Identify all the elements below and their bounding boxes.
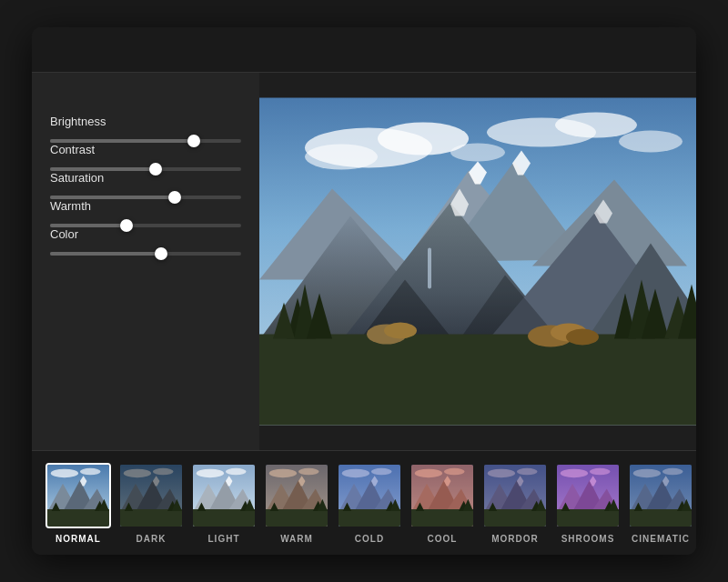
slider-track-brightness[interactable]: [50, 139, 241, 143]
slider-thumb-brightness[interactable]: [187, 135, 200, 147]
filter-thumb-dark: [118, 463, 184, 528]
filter-thumb-warm: [264, 463, 329, 528]
filter-item-normal[interactable]: NORMAL: [46, 463, 111, 544]
slider-group-brightness: Brightness: [50, 115, 241, 143]
slider-thumb-color[interactable]: [155, 247, 167, 260]
filter-name-mordor: MORDOR: [491, 534, 539, 544]
svg-point-5: [555, 113, 637, 138]
svg-marker-130: [557, 509, 619, 527]
filter-thumb-shrooms: [555, 463, 621, 528]
svg-marker-70: [193, 509, 255, 527]
svg-point-35: [566, 329, 599, 346]
filter-item-cool[interactable]: COOL: [410, 463, 475, 544]
filter-thumb-mordor: [482, 463, 548, 528]
slider-track-color[interactable]: [50, 252, 241, 256]
slider-group-saturation: Saturation: [50, 171, 241, 199]
filter-name-light: LIGHT: [208, 534, 240, 544]
slider-group-contrast: Contrast: [50, 143, 241, 171]
slider-thumb-saturation[interactable]: [168, 191, 181, 204]
filter-item-cold[interactable]: COLD: [337, 463, 402, 544]
filter-name-cool: COOL: [428, 534, 458, 544]
filter-thumb-cool: [410, 463, 475, 528]
filter-item-mordor[interactable]: MORDOR: [482, 463, 548, 544]
svg-marker-142: [630, 509, 692, 527]
slider-track-contrast[interactable]: [50, 167, 241, 171]
filter-name-shrooms: SHROOMS: [561, 534, 615, 544]
slider-label-color: Color: [50, 227, 241, 241]
svg-point-37: [384, 323, 417, 339]
filter-thumb-light: [191, 463, 257, 528]
filter-name-dark: DARK: [136, 534, 167, 544]
left-panel: BrightnessContrastSaturationWarmthColor: [32, 73, 259, 450]
slider-label-saturation: Saturation: [50, 171, 241, 185]
svg-marker-46: [47, 509, 109, 527]
sliders-container: BrightnessContrastSaturationWarmthColor: [50, 115, 241, 256]
filter-name-cinematic: CINEMATIC: [632, 534, 690, 544]
filter-item-light[interactable]: LIGHT: [191, 463, 257, 544]
slider-label-warmth: Warmth: [50, 199, 241, 213]
filter-thumb-cinematic: [628, 463, 693, 528]
slider-fill-saturation: [50, 196, 175, 199]
filter-item-shrooms[interactable]: SHROOMS: [555, 463, 621, 544]
app-container: BrightnessContrastSaturationWarmthColor: [32, 27, 696, 555]
slider-fill-brightness: [50, 139, 194, 143]
filter-item-dark[interactable]: DARK: [118, 463, 184, 544]
filter-strip: NORMAL DARK: [32, 450, 696, 555]
slider-fill-color: [50, 252, 161, 256]
svg-rect-22: [428, 248, 431, 289]
slider-label-contrast: Contrast: [50, 143, 241, 156]
filter-item-warm[interactable]: WARM: [264, 463, 329, 544]
slider-thumb-warmth[interactable]: [120, 219, 133, 232]
filter-thumb-cold: [337, 463, 402, 528]
filter-name-normal: NORMAL: [56, 534, 101, 544]
svg-point-3: [305, 145, 378, 170]
svg-marker-23: [259, 335, 696, 426]
main-content: BrightnessContrastSaturationWarmthColor: [32, 73, 696, 450]
header: [32, 27, 696, 73]
slider-group-color: Color: [50, 227, 241, 256]
slider-fill-warmth: [50, 224, 126, 227]
svg-point-6: [619, 131, 682, 153]
slider-label-brightness: Brightness: [50, 115, 241, 128]
slider-fill-contrast: [50, 167, 156, 171]
filter-item-cinematic[interactable]: CINEMATIC: [628, 463, 693, 544]
svg-point-7: [450, 144, 505, 162]
slider-thumb-contrast[interactable]: [149, 163, 162, 176]
image-area: [259, 73, 696, 450]
svg-marker-82: [266, 509, 328, 527]
slider-track-saturation[interactable]: [50, 196, 241, 199]
slider-track-warmth[interactable]: [50, 224, 241, 227]
svg-marker-94: [339, 509, 400, 527]
svg-marker-106: [411, 509, 473, 527]
filter-name-warm: WARM: [280, 534, 313, 544]
svg-marker-118: [484, 509, 546, 527]
svg-marker-58: [120, 509, 182, 527]
slider-group-warmth: Warmth: [50, 199, 241, 227]
filter-name-cold: COLD: [355, 534, 384, 544]
filter-thumb-normal: [46, 463, 111, 528]
